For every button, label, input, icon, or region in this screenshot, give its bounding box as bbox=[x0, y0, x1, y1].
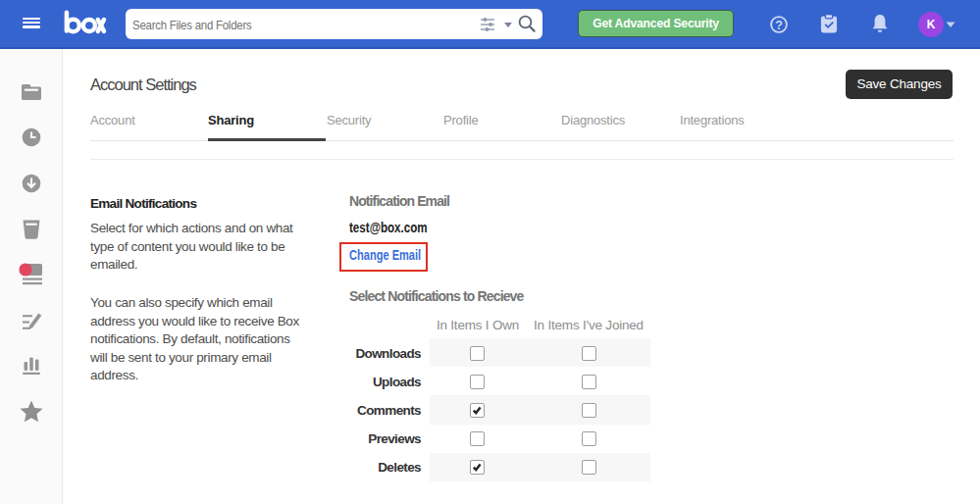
svg-text:?: ? bbox=[775, 19, 783, 32]
